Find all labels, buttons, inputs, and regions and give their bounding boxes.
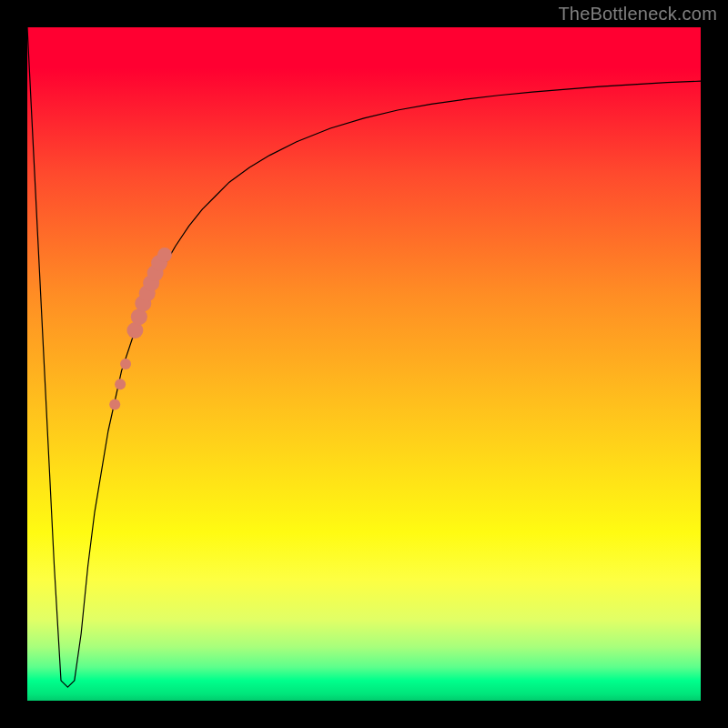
bottleneck-curve <box>27 27 701 687</box>
highlight-dot <box>109 399 120 410</box>
highlight-dot <box>115 379 126 389</box>
highlight-dot <box>157 248 172 262</box>
plot-area <box>27 27 701 701</box>
chart-frame: TheBottleneck.com <box>0 0 728 728</box>
plot-svg <box>27 27 701 701</box>
watermark-text: TheBottleneck.com <box>558 4 717 25</box>
highlight-dot <box>120 359 131 369</box>
